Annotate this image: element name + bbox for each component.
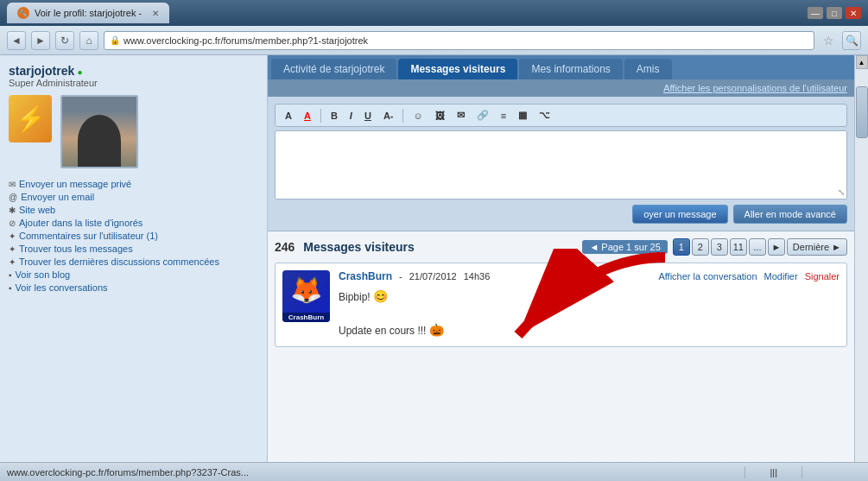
send-btn-label: oyer un message — [643, 209, 716, 219]
list-item: ▪ Voir les conversations — [9, 282, 258, 293]
list-btn[interactable]: ≡ — [497, 109, 510, 123]
font-color-btn[interactable]: A — [300, 109, 315, 123]
image-btn[interactable]: 🖼 — [431, 109, 449, 123]
forward-button[interactable]: ► — [31, 31, 50, 50]
resize-handle[interactable]: ⤡ — [838, 187, 845, 197]
message-editor: A A B I U A- ☺ 🖼 ✉ 🔗 ≡ ▦ ⌥ — [268, 97, 854, 231]
maximize-button[interactable]: □ — [827, 7, 842, 19]
message-time: 14h36 — [464, 271, 491, 282]
link-text: Envoyer un email — [21, 192, 94, 202]
tab-messages-visiteurs[interactable]: Messages visiteurs — [398, 59, 517, 79]
scroll-thumb[interactable] — [856, 86, 868, 138]
page-btn-2[interactable]: 2 — [692, 238, 709, 256]
tab-amis-label: Amis — [637, 63, 660, 75]
username-text[interactable]: starjojotrek — [9, 64, 74, 78]
char-emoji: ⚡ — [16, 104, 46, 133]
browser-body: starjojotrek ● Super Administrateur ⚡ — [0, 55, 868, 462]
website-link[interactable]: ✱ Site web — [9, 205, 258, 215]
link-btn[interactable]: 🔗 — [472, 108, 493, 123]
editor-textarea[interactable]: ⤡ — [275, 130, 847, 199]
close-button[interactable]: ✕ — [846, 7, 861, 19]
comment-icon: ✦ — [9, 231, 16, 241]
send-pm-link[interactable]: ✉ Envoyer un message privé — [9, 179, 258, 189]
search-button[interactable]: 🔍 — [842, 31, 861, 50]
reload-button[interactable]: ↻ — [55, 31, 74, 50]
report-message-link[interactable]: Signaler — [805, 271, 839, 282]
character-avatar: ⚡ — [9, 95, 52, 142]
tab-favicon: 🔧 — [17, 7, 29, 19]
table-btn[interactable]: ▦ — [514, 108, 531, 123]
emoji-btn[interactable]: ☺ — [409, 109, 427, 123]
status-separator-2 — [801, 466, 802, 478]
view-conversation-link[interactable]: Afficher la conversation — [658, 271, 757, 282]
list-item: ✉ Envoyer un message privé — [9, 179, 258, 189]
email-btn[interactable]: ✉ — [453, 108, 469, 123]
list-item: @ Envoyer un email — [9, 192, 258, 202]
italic-btn[interactable]: I — [345, 109, 357, 123]
link-text: Voir les conversations — [16, 282, 108, 293]
discussions-icon: ✦ — [9, 257, 16, 267]
customization-link[interactable]: Afficher les personnalisations de l'util… — [663, 83, 847, 93]
profile-main: Activité de starjojotrek Messages visite… — [268, 55, 854, 462]
link-text: Ajouter dans la liste d'ignorés — [19, 218, 143, 228]
page-btn-next[interactable]: ► — [768, 238, 785, 256]
message-avatar: 🦊 CrashBurn — [282, 270, 330, 322]
comments-link[interactable]: ✦ Commentaires sur l'utilisateur (1) — [9, 231, 258, 241]
list-item: ✱ Site web — [9, 205, 258, 215]
strikethrough-btn[interactable]: A- — [379, 109, 398, 123]
tab-amis[interactable]: Amis — [624, 59, 672, 79]
send-message-button[interactable]: oyer un message — [632, 205, 727, 224]
message-body: CrashBurn - 21/07/2012 14h36 Afficher la… — [339, 270, 839, 339]
tab-activite[interactable]: Activité de starjojotrek — [271, 59, 396, 79]
at-icon: @ — [9, 193, 17, 202]
scroll-up-btn[interactable]: ▲ — [856, 55, 868, 69]
window-controls: — □ ✕ — [808, 7, 861, 19]
sidebar-links-list: ✉ Envoyer un message privé @ Envoyer un … — [9, 179, 258, 293]
editor-toolbar: A A B I U A- ☺ 🖼 ✉ 🔗 ≡ ▦ ⌥ — [275, 104, 847, 127]
messages-icon: ✦ — [9, 244, 16, 254]
tab-info-label: Mes informations — [531, 63, 610, 75]
link-text: Trouver les dernières discussions commen… — [19, 256, 219, 267]
minimize-button[interactable]: — — [808, 7, 823, 19]
page-btn-last[interactable]: Dernière ► — [787, 238, 847, 256]
address-bar-area: ◄ ► ↻ ⌂ 🔒 www.overclocking-pc.fr/forums/… — [0, 26, 868, 55]
advanced-mode-button[interactable]: Aller en mode avancé — [733, 205, 847, 224]
list-item: ▪ Voir son blog — [9, 269, 258, 280]
message-text: Bipbip! 😊 Update en cours !!! 🎃 — [339, 288, 839, 339]
profile-tabs: Activité de starjojotrek Messages visite… — [268, 55, 854, 79]
ignore-link[interactable]: ⊘ Ajouter dans la liste d'ignorés — [9, 218, 258, 228]
message-actions: Afficher la conversation Modifier Signal… — [658, 271, 839, 282]
code-btn[interactable]: ⌥ — [535, 108, 554, 123]
avatar-username: CrashBurn — [282, 313, 330, 322]
tab-close-button[interactable]: ✕ — [152, 9, 159, 18]
page-btn-3[interactable]: 3 — [711, 238, 728, 256]
scrollbar[interactable]: ▲ — [854, 55, 868, 462]
url-input[interactable]: 🔒 www.overclocking-pc.fr/forums/member.p… — [104, 31, 814, 50]
underline-btn[interactable]: U — [360, 109, 376, 123]
message-line-1: Bipbip! 😊 — [339, 291, 388, 303]
messages-title: Messages visiteurs — [303, 240, 414, 254]
bold-btn[interactable]: B — [326, 109, 342, 123]
page-content: starjojotrek ● Super Administrateur ⚡ — [0, 55, 854, 462]
discussions-link[interactable]: ✦ Trouver les dernières discussions comm… — [9, 256, 258, 267]
conversations-link[interactable]: ▪ Voir les conversations — [9, 282, 258, 293]
avatar-character: 🦊 — [290, 275, 322, 305]
message-author-link[interactable]: CrashBurn — [339, 270, 392, 282]
home-button[interactable]: ⌂ — [79, 31, 98, 50]
back-button[interactable]: ◄ — [7, 31, 26, 50]
bookmark-button[interactable]: ☆ — [820, 32, 837, 49]
blog-link[interactable]: ▪ Voir son blog — [9, 269, 258, 280]
link-text: Envoyer un message privé — [19, 179, 131, 189]
tab-mes-informations[interactable]: Mes informations — [519, 59, 622, 79]
font-size-btn[interactable]: A — [281, 109, 296, 123]
browser-tab[interactable]: 🔧 Voir le profil: starjojotrek - ✕ — [7, 3, 169, 23]
send-email-link[interactable]: @ Envoyer un email — [9, 192, 258, 202]
page-btn-1[interactable]: 1 — [673, 238, 690, 256]
url-text: www.overclocking-pc.fr/forums/member.php… — [124, 35, 368, 46]
messages-header: 246 Messages visiteurs ◄ Page 1 sur 25 1… — [275, 238, 847, 256]
all-messages-link[interactable]: ✦ Trouver tous les messages — [9, 244, 258, 254]
link-text: Site web — [19, 205, 55, 215]
toolbar-separator — [320, 109, 321, 123]
edit-message-link[interactable]: Modifier — [764, 271, 798, 282]
page-btn-11[interactable]: 11 — [730, 238, 747, 256]
